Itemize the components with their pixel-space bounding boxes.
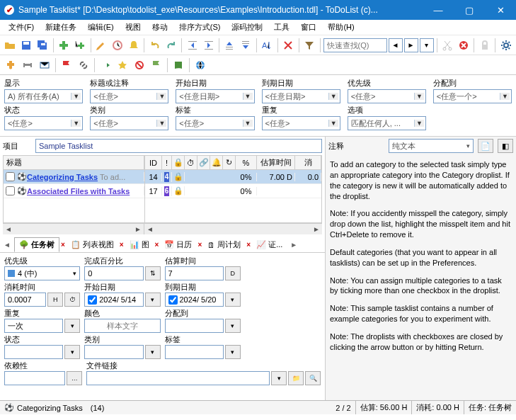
redo-icon[interactable] (164, 38, 178, 53)
col-link-icon[interactable]: 🔗 (197, 156, 210, 169)
add-subtask-icon[interactable] (73, 38, 88, 53)
status-input[interactable] (4, 345, 63, 359)
col-warn-icon[interactable]: ! (162, 156, 172, 169)
repeat-input[interactable] (4, 319, 63, 333)
col-bell-icon[interactable]: 🔔 (210, 156, 223, 169)
filter-combo-2-2[interactable]: <任意>▼ (176, 116, 254, 130)
cancel-icon[interactable] (132, 57, 147, 73)
plugin-icon[interactable] (3, 57, 18, 73)
due-dd[interactable]: ▾ (225, 293, 241, 307)
tags-input[interactable] (165, 345, 224, 359)
browse-icon[interactable]: … (67, 371, 82, 385)
email-icon[interactable] (37, 57, 52, 73)
web-icon[interactable] (193, 57, 208, 73)
task-link[interactable]: Categorizing Tasks (27, 173, 98, 181)
category-input[interactable] (84, 345, 143, 359)
search-icon[interactable]: 🔍 (305, 371, 321, 385)
open-icon[interactable] (3, 38, 18, 53)
filter-combo-1-3[interactable]: <任意日期>▼ (262, 89, 340, 103)
filter-combo-2-4[interactable]: 匹配任何人, ...▼ (348, 116, 426, 130)
close-button[interactable]: ✕ (485, 0, 516, 20)
notes-format-combo[interactable]: 纯文本▾ (389, 139, 474, 153)
filter-combo-2-0[interactable]: <任意>▼ (4, 116, 83, 130)
maximize-button[interactable]: ▢ (454, 0, 485, 20)
filelink-input[interactable] (86, 371, 270, 385)
filter-combo-1-1[interactable]: <任意>▼ (90, 89, 168, 103)
tab-nav-right[interactable]: ► (288, 241, 299, 249)
reminder-icon[interactable] (126, 38, 141, 53)
menu-edit[interactable]: 编辑(E) (82, 21, 120, 34)
col-est[interactable]: 估算时间 (257, 156, 295, 169)
minimize-button[interactable]: — (423, 0, 454, 20)
donepct-input[interactable] (84, 266, 143, 280)
filter-combo-2-3[interactable]: <任意>▼ (262, 116, 340, 130)
filter-combo-1-4[interactable]: <任意>▼ (348, 89, 426, 103)
goto-icon[interactable] (98, 57, 113, 73)
timer-icon[interactable]: ⏱ (64, 293, 80, 307)
menu-help[interactable]: 帮助(H) (322, 21, 360, 34)
menu-window[interactable]: 窗口 (295, 21, 322, 34)
col-id[interactable]: ID (145, 156, 162, 169)
tab-week[interactable]: 🗓周计划 (203, 238, 245, 251)
project-name-input[interactable] (35, 139, 322, 153)
scroll-right2[interactable]: ► (311, 225, 322, 233)
add-task-icon[interactable] (57, 38, 71, 53)
esttime-unit[interactable]: D (225, 266, 241, 280)
print-icon[interactable] (20, 57, 35, 73)
spin-icon[interactable]: ⇅ (145, 266, 161, 280)
menu-sort[interactable]: 排序方式(S) (173, 21, 227, 34)
depend-input[interactable] (4, 371, 65, 385)
col-lock-icon[interactable]: 🔒 (172, 156, 185, 169)
settings-icon[interactable] (498, 38, 513, 53)
undo-icon[interactable] (147, 38, 162, 53)
lock-icon[interactable] (477, 38, 492, 53)
menu-source[interactable]: 源码控制 (226, 21, 268, 34)
edit-icon[interactable] (94, 38, 109, 53)
start-check[interactable] (88, 295, 97, 305)
scroll-left2[interactable]: ◄ (144, 225, 156, 233)
scroll-left[interactable]: ◄ (3, 225, 14, 233)
col-msg[interactable]: 消 (295, 156, 321, 169)
menu-tools[interactable]: 工具 (268, 21, 295, 34)
spent-unit[interactable]: H (47, 293, 63, 307)
sort-icon[interactable]: A (260, 38, 275, 53)
col-time-icon[interactable]: ⏱ (185, 156, 197, 169)
flag-icon[interactable] (59, 57, 74, 73)
scroll-right[interactable]: ► (132, 225, 144, 233)
tab-burndown[interactable]: 📈证... (252, 238, 287, 251)
delete2-icon[interactable] (456, 38, 471, 53)
tab-calendar[interactable]: 📅日历 (160, 238, 196, 251)
notes-btn2[interactable]: ◧ (498, 139, 513, 153)
delete-icon[interactable] (281, 38, 296, 53)
filter-combo-1-0[interactable]: A) 所有任务(A)▼ (4, 89, 83, 103)
filter-icon[interactable] (302, 38, 317, 53)
cut-icon[interactable] (440, 38, 454, 53)
find-next-button[interactable]: ► (404, 38, 418, 52)
find-dropdown[interactable]: ▾ (420, 38, 434, 52)
link-icon[interactable] (76, 57, 91, 73)
priority-value[interactable]: 4 (中) (18, 268, 73, 279)
menu-file[interactable]: 文件(F) (3, 21, 40, 34)
menu-move[interactable]: 移动 (147, 21, 173, 34)
notes-btn1[interactable]: 📄 (478, 139, 493, 153)
book-icon[interactable] (171, 57, 186, 73)
saveall-icon[interactable] (35, 38, 50, 53)
filter-combo-1-5[interactable]: <任意一个>▼ (433, 89, 512, 103)
col-recur-icon[interactable]: ↻ (223, 156, 236, 169)
spent-input[interactable] (4, 293, 46, 307)
star-icon[interactable] (115, 57, 130, 73)
moveup-icon[interactable] (222, 38, 237, 53)
tab-close[interactable]: × (61, 241, 65, 249)
task-link[interactable]: Associated Files with Tasks (27, 187, 130, 195)
notes-text[interactable]: To add an category to the selected task … (326, 155, 516, 400)
filter-combo-1-2[interactable]: <任意日期>▼ (176, 89, 254, 103)
save-icon[interactable] (19, 38, 34, 53)
indent-right-icon[interactable] (201, 38, 216, 53)
quick-find-input[interactable] (323, 38, 387, 52)
clock-icon[interactable] (110, 38, 125, 53)
menu-view[interactable]: 视图 (120, 21, 147, 34)
movedown-icon[interactable] (239, 38, 253, 53)
task-check[interactable] (6, 186, 15, 195)
folder-icon[interactable]: 📁 (288, 371, 304, 385)
esttime-input[interactable] (165, 266, 224, 280)
